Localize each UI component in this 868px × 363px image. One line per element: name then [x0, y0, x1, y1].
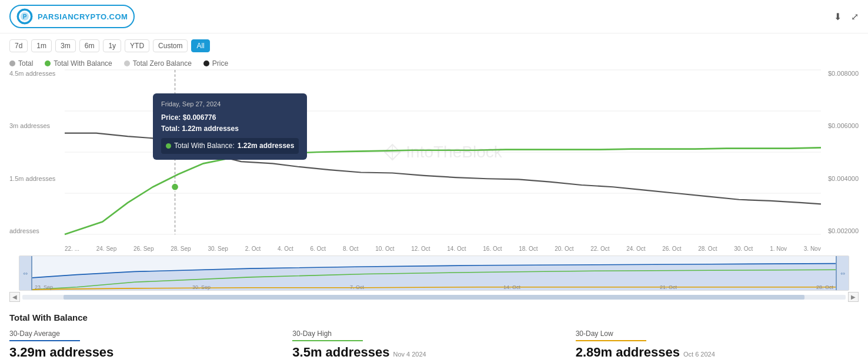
x-label-5: 2. Oct — [245, 246, 261, 252]
time-filters: 7d 1m 3m 6m 1y YTD Custom All — [0, 33, 868, 56]
x-label-10: 12. Oct — [411, 246, 430, 252]
mini-x-3: 14. Oct — [503, 284, 520, 290]
logo-icon: P — [16, 8, 33, 25]
stat-low-date: Oct 6 2024 — [683, 351, 715, 358]
x-label-15: 22. Oct — [590, 246, 609, 252]
tooltip-total-label: Total: — [161, 125, 180, 133]
tooltip-date: Friday, Sep 27, 2024 — [161, 99, 299, 110]
filter-1y[interactable]: 1y — [103, 39, 121, 52]
mini-handle-left-icon: ⇔ — [23, 270, 28, 277]
tooltip-balance-label: Total With Balance: — [174, 140, 235, 152]
x-label-8: 8. Oct — [343, 246, 359, 252]
tooltip-balance-value: 1.22m addresses — [238, 140, 295, 152]
chart-area: IntoTheBlock Friday, Sep 27, 2024 Pr — [65, 70, 821, 234]
x-label-14: 20. Oct — [555, 246, 573, 252]
x-label-16: 24. Oct — [626, 246, 645, 252]
stat-average: 30-Day Average 3.29m addresses — [9, 330, 292, 360]
tooltip-balance: Total With Balance: 1.22m addresses — [161, 138, 299, 154]
y-left-2: 1.5m addresses — [9, 175, 62, 182]
mini-chart[interactable]: ⇔ ⇔ 23. Sep 30. Sep 7. Oct 14. Oct 21. O… — [19, 256, 849, 291]
svg-point-14 — [171, 183, 179, 191]
logo-text: PARSIANCRYPTO.COM — [38, 12, 128, 21]
top-bar: P PARSIANCRYPTO.COM ⬇ ⤢ — [0, 0, 868, 33]
y-right-2: $0.004000 — [828, 175, 859, 182]
stat-average-underline — [9, 340, 80, 341]
stat-average-label: 30-Day Average — [9, 330, 281, 338]
mini-x-0: 23. Sep — [35, 284, 53, 290]
x-label-21: 3. Nov — [804, 246, 821, 252]
mini-chart-container: ⇔ ⇔ 23. Sep 30. Sep 7. Oct 14. Oct 21. O… — [0, 252, 868, 291]
scroll-left-arrow[interactable]: ◀ — [9, 292, 20, 302]
stat-low-value: 2.89m addressesOct 6 2024 — [576, 345, 847, 360]
filter-6m[interactable]: 6m — [79, 39, 100, 52]
y-left-1: addresses — [9, 227, 62, 234]
mini-handle-right[interactable]: ⇔ — [836, 256, 849, 290]
logo-box: P PARSIANCRYPTO.COM — [9, 5, 135, 28]
y-axis-left: 4.5m addresses 3m addresses 1.5m address… — [9, 70, 62, 234]
legend-label-price: Price — [212, 59, 228, 68]
tooltip-balance-dot — [166, 143, 171, 149]
x-label-11: 14. Oct — [447, 246, 466, 252]
stats-section: Total With Balance 30-Day Average 3.29m … — [0, 303, 868, 363]
filter-3m[interactable]: 3m — [55, 39, 76, 52]
y-right-4: $0.008000 — [828, 70, 859, 77]
download-icon[interactable]: ⬇ — [834, 11, 842, 22]
x-label-18: 28. Oct — [698, 246, 717, 252]
mini-x-axis: 23. Sep 30. Sep 7. Oct 14. Oct 21. Oct 2… — [32, 284, 836, 290]
filter-7d[interactable]: 7d — [9, 39, 28, 52]
legend-balance: Total With Balance — [45, 59, 112, 68]
x-label-3: 28. Sep — [171, 246, 191, 252]
x-label-0: 22. ... — [65, 246, 79, 252]
tooltip-total-value: 1.22m addresses — [182, 125, 239, 133]
legend-dot-total — [9, 60, 15, 66]
x-label-9: 10. Oct — [375, 246, 394, 252]
x-label-2: 26. Sep — [133, 246, 153, 252]
legend-label-balance: Total With Balance — [54, 59, 112, 68]
mini-handle-right-icon: ⇔ — [840, 270, 845, 277]
filter-ytd[interactable]: YTD — [125, 39, 149, 52]
mini-x-1: 30. Sep — [192, 284, 211, 290]
stat-high-value: 3.5m addressesNov 4 2024 — [292, 345, 563, 360]
scroll-thumb[interactable] — [64, 295, 804, 300]
stat-high-underline — [292, 340, 363, 341]
filter-1m[interactable]: 1m — [31, 39, 52, 52]
tooltip-total: Total: 1.22m addresses — [161, 123, 299, 135]
y-left-3: 3m addresses — [9, 122, 62, 129]
x-label-1: 24. Sep — [96, 246, 116, 252]
stat-high: 30-Day High 3.5m addressesNov 4 2024 — [292, 330, 575, 360]
legend-label-zero: Total Zero Balance — [133, 59, 192, 68]
y-right-3: $0.006000 — [828, 122, 859, 129]
y-axis-right: $0.008000 $0.006000 $0.004000 $0.002000 — [828, 70, 859, 234]
x-label-6: 4. Oct — [278, 246, 293, 252]
x-label-20: 1. Nov — [770, 246, 787, 252]
fullscreen-icon[interactable]: ⤢ — [851, 11, 859, 22]
mini-handle-left[interactable]: ⇔ — [19, 256, 32, 290]
y-left-4: 4.5m addresses — [9, 70, 62, 77]
filter-custom[interactable]: Custom — [153, 39, 188, 52]
tooltip-price-label: Price: — [161, 113, 181, 122]
scroll-right-arrow[interactable]: ▶ — [848, 292, 859, 302]
stat-low-label: 30-Day Low — [576, 330, 847, 338]
x-label-7: 6. Oct — [310, 246, 326, 252]
filter-all[interactable]: All — [191, 39, 209, 52]
y-right-1: $0.002000 — [828, 227, 859, 234]
stat-high-label: 30-Day High — [292, 330, 563, 338]
legend: Total Total With Balance Total Zero Bala… — [0, 56, 868, 70]
mini-x-5: 28. Oct — [816, 284, 833, 290]
legend-zero: Total Zero Balance — [124, 59, 192, 68]
svg-text:P: P — [23, 14, 27, 20]
scroll-row: ◀ ▶ — [0, 291, 868, 303]
legend-total: Total — [9, 59, 33, 68]
tooltip-price: Price: $0.006776 — [161, 112, 299, 123]
top-icons: ⬇ ⤢ — [834, 11, 859, 22]
legend-price: Price — [203, 59, 228, 68]
chart-wrapper: 4.5m addresses 3m addresses 1.5m address… — [0, 70, 868, 252]
stat-average-value: 3.29m addresses — [9, 345, 281, 360]
scroll-track[interactable] — [22, 295, 846, 300]
stats-title: Total With Balance — [9, 312, 859, 322]
x-label-4: 30. Sep — [208, 246, 228, 252]
legend-label-total: Total — [18, 59, 33, 68]
x-axis: 22. ... 24. Sep 26. Sep 28. Sep 30. Sep … — [65, 246, 821, 252]
tooltip: Friday, Sep 27, 2024 Price: $0.006776 To… — [153, 93, 307, 160]
stat-high-date: Nov 4 2024 — [393, 351, 426, 358]
